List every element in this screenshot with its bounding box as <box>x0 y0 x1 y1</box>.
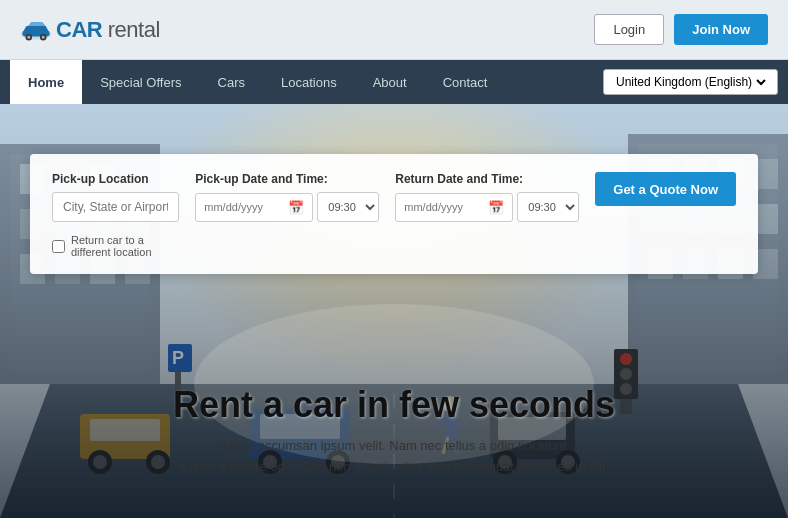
nav-item-locations[interactable]: Locations <box>263 60 355 104</box>
pickup-location-group: Pick-up Location Return car to a differe… <box>52 172 179 258</box>
pickup-date-time-row: 📅 09:30 10:00 10:30 11:00 <box>195 192 379 222</box>
nav-item-special-offers[interactable]: Special Offers <box>82 60 199 104</box>
pickup-datetime-label: Pick-up Date and Time: <box>195 172 379 186</box>
return-time-select[interactable]: 09:30 10:00 10:30 11:00 <box>517 192 579 222</box>
pickup-calendar-icon: 📅 <box>288 200 304 215</box>
logo: CAR rental <box>20 17 160 43</box>
login-button[interactable]: Login <box>594 14 664 45</box>
return-checkbox[interactable] <box>52 240 65 253</box>
region-selector[interactable]: United Kingdom (English) United States (… <box>603 69 778 95</box>
hero-section: P Pick-up Location Return car to a diffe… <box>0 104 788 518</box>
return-datetime-group: Return Date and Time: 📅 09:30 10:00 10:3… <box>395 172 579 222</box>
pickup-time-select[interactable]: 09:30 10:00 10:30 11:00 <box>317 192 379 222</box>
return-date-box: 📅 <box>395 193 513 222</box>
hero-title: Rent a car in few seconds <box>0 384 788 426</box>
return-calendar-icon: 📅 <box>488 200 504 215</box>
return-date-time-row: 📅 09:30 10:00 10:30 11:00 <box>395 192 579 222</box>
pickup-date-box: 📅 <box>195 193 313 222</box>
logo-text: CAR rental <box>56 17 160 43</box>
region-dropdown[interactable]: United Kingdom (English) United States (… <box>612 74 769 90</box>
hero-text: Rent a car in few seconds Morbi accumsan… <box>0 384 788 478</box>
return-checkbox-group: Return car to a different location <box>52 234 179 258</box>
svg-point-3 <box>27 35 30 38</box>
return-checkbox-label: Return car to a different location <box>71 234 179 258</box>
return-date-input[interactable] <box>404 201 484 213</box>
navbar: Home Special Offers Cars Locations About… <box>0 60 788 104</box>
nav-item-home[interactable]: Home <box>10 60 82 104</box>
join-button[interactable]: Join Now <box>674 14 768 45</box>
form-row: Pick-up Location Return car to a differe… <box>52 172 736 258</box>
nav-item-about[interactable]: About <box>355 60 425 104</box>
pickup-datetime-group: Pick-up Date and Time: 📅 09:30 10:00 10:… <box>195 172 379 222</box>
get-quote-button[interactable]: Get a Quote Now <box>595 172 736 206</box>
pickup-location-label: Pick-up Location <box>52 172 179 186</box>
header: CAR rental Login Join Now <box>0 0 788 60</box>
pickup-location-input[interactable] <box>52 192 179 222</box>
return-datetime-label: Return Date and Time: <box>395 172 579 186</box>
car-icon <box>20 19 52 41</box>
svg-point-5 <box>42 35 45 38</box>
nav-item-contact[interactable]: Contact <box>425 60 506 104</box>
booking-form: Pick-up Location Return car to a differe… <box>30 154 758 274</box>
nav-items: Home Special Offers Cars Locations About… <box>10 60 603 104</box>
quote-button-wrapper: Get a Quote Now <box>595 172 736 230</box>
pickup-date-input[interactable] <box>204 201 284 213</box>
nav-item-cars[interactable]: Cars <box>200 60 263 104</box>
nav-region: United Kingdom (English) United States (… <box>603 69 778 95</box>
hero-subtitle-line1: Morbi accumsan ipsum velit. Nam nec tell… <box>0 436 788 457</box>
header-buttons: Login Join Now <box>594 14 768 45</box>
hero-subtitle-line2: auctor a ornare odio. Sed non mauris vit… <box>0 457 788 478</box>
